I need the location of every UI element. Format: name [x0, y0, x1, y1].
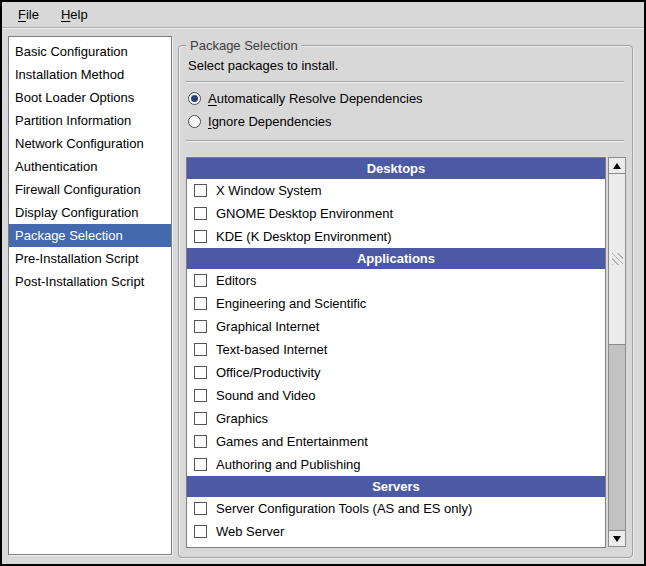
scrollbar-down-button[interactable]: [609, 530, 625, 546]
checkbox[interactable]: [194, 502, 207, 515]
menubar: File Help: [2, 2, 644, 28]
package-row-sound-and-video[interactable]: Sound and Video: [187, 384, 605, 407]
package-label: Graphical Internet: [216, 319, 319, 334]
menu-item-file[interactable]: File: [10, 5, 47, 24]
help-label-rest: elp: [70, 7, 87, 22]
scrollbar-grip-icon: [612, 253, 623, 265]
radio-label: Ignore Dependencies: [208, 114, 332, 129]
checkbox[interactable]: [194, 230, 207, 243]
checkbox[interactable]: [194, 435, 207, 448]
package-label: Engineering and Scientific: [216, 296, 366, 311]
package-row-engineering-scientific[interactable]: Engineering and Scientific: [187, 292, 605, 315]
checkbox[interactable]: [194, 458, 207, 471]
frame-title: Package Selection: [186, 38, 302, 53]
radio-button-icon[interactable]: [188, 92, 201, 105]
sidebar-item-installation-method[interactable]: Installation Method: [9, 63, 171, 86]
sidebar-item-boot-loader-options[interactable]: Boot Loader Options: [9, 86, 171, 109]
package-row-server-configuration-tools[interactable]: Server Configuration Tools (AS and ES on…: [187, 497, 605, 520]
scrollbar-track[interactable]: [609, 345, 625, 530]
package-row-editors[interactable]: Editors: [187, 269, 605, 292]
checkbox[interactable]: [194, 343, 207, 356]
package-label: Editors: [216, 273, 256, 288]
sidebar-item-partition-information[interactable]: Partition Information: [9, 109, 171, 132]
package-section-header-desktops: Desktops: [187, 158, 605, 179]
down-arrow-icon: [613, 536, 621, 542]
package-row-graphics[interactable]: Graphics: [187, 407, 605, 430]
file-label-rest: ile: [26, 7, 39, 22]
radio-ignore-dependencies[interactable]: Ignore Dependencies: [188, 112, 332, 130]
package-label: Office/Productivity: [216, 365, 321, 380]
sidebar-item-network-configuration[interactable]: Network Configuration: [9, 132, 171, 155]
package-section-header-applications: Applications: [187, 248, 605, 269]
package-label: X Window System: [216, 183, 321, 198]
menu-item-help[interactable]: Help: [53, 5, 96, 24]
package-label: Games and Entertainment: [216, 434, 368, 449]
package-label: Graphics: [216, 411, 268, 426]
checkbox[interactable]: [194, 297, 207, 310]
package-row-authoring-publishing[interactable]: Authoring and Publishing: [187, 453, 605, 476]
separator: [186, 140, 624, 142]
vertical-scrollbar: [608, 157, 626, 547]
package-row-kde-desktop[interactable]: KDE (K Desktop Environment): [187, 225, 605, 248]
kickstart-configurator-window: File Help Basic Configuration Installati…: [0, 0, 646, 566]
package-row-text-based-internet[interactable]: Text-based Internet: [187, 338, 605, 361]
radio-button-icon[interactable]: [188, 115, 201, 128]
package-label: Server Configuration Tools (AS and ES on…: [216, 501, 472, 516]
scrollbar-up-button[interactable]: [609, 158, 625, 174]
subtitle: Select packages to install.: [188, 58, 338, 73]
radio-dot: [191, 95, 198, 102]
up-arrow-icon: [613, 163, 621, 169]
package-label: Sound and Video: [216, 388, 316, 403]
package-row-games-entertainment[interactable]: Games and Entertainment: [187, 430, 605, 453]
help-mnemonic: H: [61, 7, 70, 22]
sidebar-item-post-installation-script[interactable]: Post-Installation Script: [9, 270, 171, 293]
scrollbar-thumb[interactable]: [609, 174, 625, 345]
checkbox[interactable]: [194, 320, 207, 333]
radio-label-rest: utomatically Resolve Dependencies: [217, 91, 423, 106]
radio-mnemonic: A: [208, 91, 217, 106]
radio-auto-resolve-dependencies[interactable]: Automatically Resolve Dependencies: [188, 89, 423, 107]
sidebar-item-pre-installation-script[interactable]: Pre-Installation Script: [9, 247, 171, 270]
checkbox[interactable]: [194, 274, 207, 287]
sidebar-item-firewall-configuration[interactable]: Firewall Configuration: [9, 178, 171, 201]
checkbox[interactable]: [194, 207, 207, 220]
package-row-web-server[interactable]: Web Server: [187, 520, 605, 543]
package-row-office-productivity[interactable]: Office/Productivity: [187, 361, 605, 384]
checkbox[interactable]: [194, 389, 207, 402]
package-row-graphical-internet[interactable]: Graphical Internet: [187, 315, 605, 338]
package-label: Text-based Internet: [216, 342, 327, 357]
sidebar-items: Basic Configuration Installation Method …: [9, 37, 171, 293]
checkbox[interactable]: [194, 525, 207, 538]
package-label: KDE (K Desktop Environment): [216, 229, 392, 244]
package-row-gnome-desktop[interactable]: GNOME Desktop Environment: [187, 202, 605, 225]
package-label: Authoring and Publishing: [216, 457, 361, 472]
radio-label: Automatically Resolve Dependencies: [208, 91, 423, 106]
checkbox[interactable]: [194, 184, 207, 197]
sidebar-item-display-configuration[interactable]: Display Configuration: [9, 201, 171, 224]
checkbox[interactable]: [194, 366, 207, 379]
separator: [186, 81, 624, 83]
package-label: Web Server: [216, 524, 284, 539]
package-row-x-window-system[interactable]: X Window System: [187, 179, 605, 202]
sidebar-item-basic-configuration[interactable]: Basic Configuration: [9, 40, 171, 63]
package-section-header-servers: Servers: [187, 476, 605, 497]
sidebar-list: Basic Configuration Installation Method …: [8, 36, 172, 555]
sidebar-item-authentication[interactable]: Authentication: [9, 155, 171, 178]
package-list: Desktops X Window System GNOME Desktop E…: [186, 157, 606, 548]
file-mnemonic: F: [18, 7, 26, 22]
checkbox[interactable]: [194, 412, 207, 425]
radio-label-rest: gnore Dependencies: [212, 114, 332, 129]
sidebar-item-package-selection[interactable]: Package Selection: [9, 224, 171, 247]
package-label: GNOME Desktop Environment: [216, 206, 393, 221]
